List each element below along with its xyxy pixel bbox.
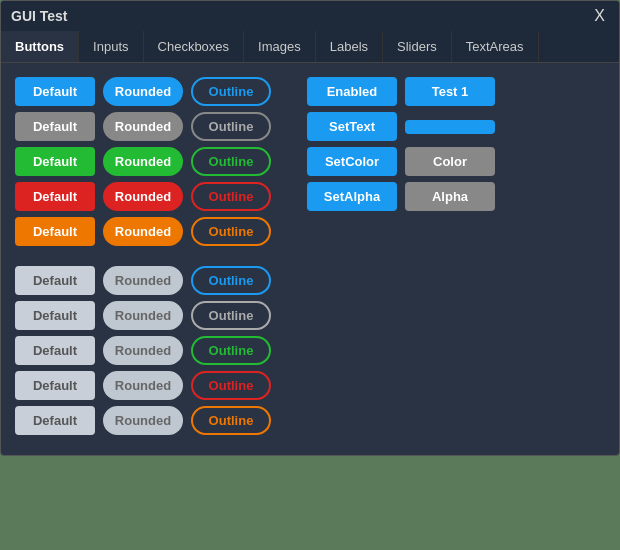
- tab-images[interactable]: Images: [244, 31, 316, 62]
- outline-button-red[interactable]: Outline: [191, 182, 271, 211]
- button-row-0: Default Rounded Outline: [15, 77, 271, 106]
- button-row-1: Default Rounded Outline: [15, 112, 271, 141]
- alpha-button[interactable]: Alpha: [405, 182, 495, 211]
- button-row-5: Default Rounded Outline: [15, 266, 271, 295]
- rounded-button-blue[interactable]: Rounded: [103, 77, 183, 106]
- rp-row-2: SetColor Color: [307, 147, 495, 176]
- rounded-button-gray[interactable]: Rounded: [103, 112, 183, 141]
- main-window: GUI Test X Buttons Inputs Checkboxes Ima…: [0, 0, 620, 456]
- outline-button-light-blue[interactable]: Outline: [191, 266, 271, 295]
- close-button[interactable]: X: [590, 7, 609, 25]
- rounded-button-green[interactable]: Rounded: [103, 147, 183, 176]
- button-row-7: Default Rounded Outline: [15, 336, 271, 365]
- default-button-light-2[interactable]: Default: [15, 336, 95, 365]
- outline-button-light-green[interactable]: Outline: [191, 336, 271, 365]
- outline-button-light-orange[interactable]: Outline: [191, 406, 271, 435]
- outline-button-orange[interactable]: Outline: [191, 217, 271, 246]
- tab-buttons[interactable]: Buttons: [1, 31, 79, 62]
- rounded-button-light-4[interactable]: Rounded: [103, 406, 183, 435]
- setalpha-button[interactable]: SetAlpha: [307, 182, 397, 211]
- tab-sliders[interactable]: Sliders: [383, 31, 452, 62]
- button-row-6: Default Rounded Outline: [15, 301, 271, 330]
- rounded-button-light-1[interactable]: Rounded: [103, 301, 183, 330]
- outline-button-green[interactable]: Outline: [191, 147, 271, 176]
- default-button-light-4[interactable]: Default: [15, 406, 95, 435]
- default-button-blue[interactable]: Default: [15, 77, 95, 106]
- button-row-9: Default Rounded Outline: [15, 406, 271, 435]
- default-button-red[interactable]: Default: [15, 182, 95, 211]
- button-row-3: Default Rounded Outline: [15, 182, 271, 211]
- window-title: GUI Test: [11, 8, 68, 24]
- outline-button-light-red[interactable]: Outline: [191, 371, 271, 400]
- title-bar: GUI Test X: [1, 1, 619, 31]
- button-row-8: Default Rounded Outline: [15, 371, 271, 400]
- tab-labels[interactable]: Labels: [316, 31, 383, 62]
- rounded-button-light-3[interactable]: Rounded: [103, 371, 183, 400]
- default-button-light-3[interactable]: Default: [15, 371, 95, 400]
- rp-row-1: SetText: [307, 112, 495, 141]
- test1-button[interactable]: Test 1: [405, 77, 495, 106]
- default-button-light-0[interactable]: Default: [15, 266, 95, 295]
- rp-row-0: Enabled Test 1: [307, 77, 495, 106]
- tab-checkboxes[interactable]: Checkboxes: [144, 31, 245, 62]
- rp-row-3: SetAlpha Alpha: [307, 182, 495, 211]
- default-button-light-1[interactable]: Default: [15, 301, 95, 330]
- tab-bar: Buttons Inputs Checkboxes Images Labels …: [1, 31, 619, 63]
- button-row-4: Default Rounded Outline: [15, 217, 271, 246]
- color-button[interactable]: Color: [405, 147, 495, 176]
- tab-textareas[interactable]: TextAreas: [452, 31, 539, 62]
- enabled-button[interactable]: Enabled: [307, 77, 397, 106]
- rounded-button-red[interactable]: Rounded: [103, 182, 183, 211]
- rounded-button-light-0[interactable]: Rounded: [103, 266, 183, 295]
- outline-button-gray[interactable]: Outline: [191, 112, 271, 141]
- content-area: Default Rounded Outline Default Rounded …: [1, 63, 619, 455]
- text-display-button[interactable]: [405, 120, 495, 134]
- default-button-orange[interactable]: Default: [15, 217, 95, 246]
- default-button-green[interactable]: Default: [15, 147, 95, 176]
- button-row-2: Default Rounded Outline: [15, 147, 271, 176]
- settext-button[interactable]: SetText: [307, 112, 397, 141]
- right-panel: Enabled Test 1 SetText SetColor Color Se…: [307, 77, 495, 441]
- outline-button-blue[interactable]: Outline: [191, 77, 271, 106]
- default-button-gray[interactable]: Default: [15, 112, 95, 141]
- outline-button-light-gray[interactable]: Outline: [191, 301, 271, 330]
- rounded-button-light-2[interactable]: Rounded: [103, 336, 183, 365]
- rounded-button-orange[interactable]: Rounded: [103, 217, 183, 246]
- left-panel: Default Rounded Outline Default Rounded …: [15, 77, 271, 441]
- setcolor-button[interactable]: SetColor: [307, 147, 397, 176]
- tab-inputs[interactable]: Inputs: [79, 31, 143, 62]
